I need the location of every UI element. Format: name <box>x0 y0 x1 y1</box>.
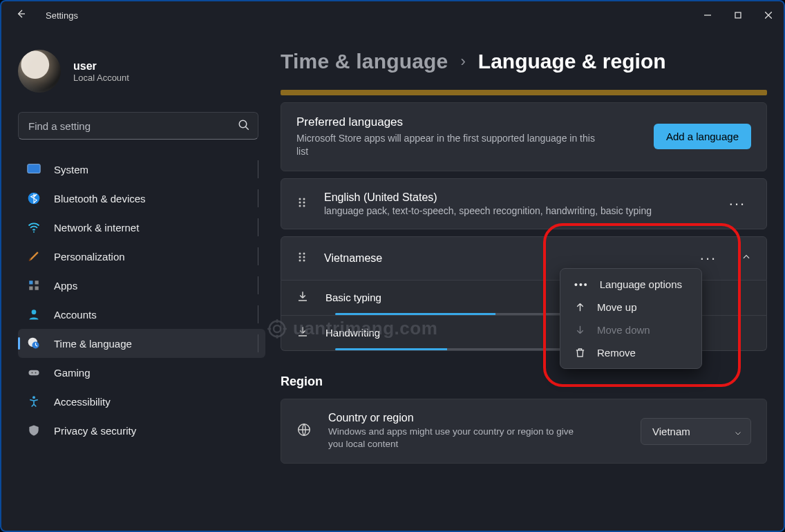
preferred-languages-header: Preferred languages Microsoft Store apps… <box>281 103 766 171</box>
more-options-button[interactable]: ··· <box>723 195 751 213</box>
user-name: user <box>73 60 129 73</box>
sidebar-item-privacy[interactable]: Privacy & security <box>18 416 265 445</box>
breadcrumb: Time & language › Language & region <box>281 50 767 73</box>
chevron-up-icon[interactable] <box>741 252 751 265</box>
language-detail: language pack, text-to-speech, speech re… <box>324 205 652 216</box>
bluetooth-icon <box>26 191 41 206</box>
sidebar-item-gaming[interactable]: Gaming <box>18 358 265 387</box>
window-title: Settings <box>46 10 78 21</box>
language-row-english[interactable]: English (United States) language pack, t… <box>281 178 767 229</box>
page-title: Language & region <box>478 50 666 73</box>
svg-point-22 <box>303 198 305 200</box>
drag-handle-icon[interactable] <box>296 251 308 265</box>
svg-line-5 <box>245 126 249 130</box>
language-name: Vietnamese <box>324 252 382 265</box>
search-input[interactable] <box>18 112 258 140</box>
maximize-button[interactable] <box>723 5 753 26</box>
chevron-down-icon <box>734 428 742 439</box>
svg-point-21 <box>299 198 301 200</box>
svg-point-31 <box>299 259 301 261</box>
svg-point-26 <box>303 205 305 207</box>
person-icon <box>26 307 41 322</box>
svg-rect-13 <box>35 287 39 290</box>
display-icon <box>26 162 41 177</box>
avatar <box>18 50 61 93</box>
breadcrumb-parent[interactable]: Time & language <box>281 50 448 73</box>
country-title: Country or region <box>328 412 584 424</box>
drag-handle-icon[interactable] <box>296 197 308 211</box>
menu-language-options[interactable]: ••• Language options <box>565 273 697 296</box>
svg-point-30 <box>303 256 305 258</box>
download-label: Basic typing <box>325 292 381 303</box>
svg-point-29 <box>299 256 301 258</box>
profile[interactable]: user Local Account <box>18 50 257 93</box>
svg-rect-6 <box>28 164 40 173</box>
sidebar-item-label: System <box>54 164 88 175</box>
svg-point-28 <box>303 252 305 254</box>
svg-rect-1 <box>735 12 741 18</box>
sidebar-item-label: Apps <box>54 280 77 292</box>
user-account-type: Local Account <box>73 73 129 83</box>
country-value: Vietnam <box>652 426 690 437</box>
menu-move-down: Move down <box>565 319 697 341</box>
sidebar-item-network[interactable]: Network & internet <box>18 213 265 242</box>
add-language-button[interactable]: Add a language <box>654 124 751 149</box>
country-subtitle: Windows and apps might use your country … <box>328 426 584 450</box>
svg-rect-10 <box>29 281 32 284</box>
svg-point-9 <box>33 231 35 233</box>
sidebar-item-accounts[interactable]: Accounts <box>18 300 265 329</box>
sidebar-item-label: Time & language <box>54 338 132 350</box>
svg-point-19 <box>35 372 37 373</box>
wifi-icon <box>26 220 41 235</box>
warning-bar-fragment <box>281 90 767 95</box>
globe-icon <box>296 422 312 440</box>
menu-move-up[interactable]: Move up <box>565 296 697 319</box>
gamepad-icon <box>26 365 41 380</box>
download-label: Handwriting <box>325 327 380 339</box>
titlebar: Settings <box>1 1 784 29</box>
region-heading: Region <box>281 374 767 389</box>
svg-point-20 <box>32 396 35 399</box>
svg-point-18 <box>32 372 33 373</box>
more-icon: ••• <box>574 280 589 289</box>
svg-point-35 <box>274 325 281 332</box>
sidebar-item-system[interactable]: System <box>18 155 265 184</box>
close-button[interactable] <box>753 5 784 26</box>
svg-point-24 <box>303 201 305 203</box>
sidebar-item-bluetooth[interactable]: Bluetooth & devices <box>18 184 265 213</box>
sidebar-item-label: Accounts <box>54 309 97 321</box>
download-icon <box>296 325 309 341</box>
chevron-right-icon: › <box>461 53 466 70</box>
sidebar-item-label: Bluetooth & devices <box>54 193 146 205</box>
svg-point-32 <box>303 259 305 261</box>
svg-rect-12 <box>29 287 32 290</box>
accessibility-icon <box>26 394 41 409</box>
svg-rect-11 <box>35 281 39 284</box>
back-icon[interactable] <box>15 8 26 22</box>
shield-icon <box>26 423 41 438</box>
search-icon <box>238 119 250 134</box>
preferred-languages-subtitle: Microsoft Store apps will appear in the … <box>296 132 600 158</box>
menu-remove[interactable]: Remove <box>565 341 697 364</box>
sidebar: user Local Account System Bluetooth <box>1 29 257 531</box>
paintbrush-icon <box>26 249 41 264</box>
sidebar-item-apps[interactable]: Apps <box>18 271 265 300</box>
sidebar-item-label: Privacy & security <box>54 425 136 437</box>
sidebar-item-personalization[interactable]: Personalization <box>18 242 265 271</box>
svg-point-25 <box>299 205 301 207</box>
svg-point-14 <box>32 310 37 314</box>
sidebar-item-accessibility[interactable]: Accessibility <box>18 387 265 416</box>
nav: System Bluetooth & devices Network & int… <box>18 155 265 445</box>
sidebar-item-time-language[interactable]: Time & language <box>18 329 265 358</box>
minimize-button[interactable] <box>692 5 723 26</box>
svg-point-23 <box>299 201 301 203</box>
country-region-row[interactable]: Country or region Windows and apps might… <box>281 399 767 464</box>
main: Time & language › Language & region Pref… <box>257 29 784 531</box>
more-options-button[interactable]: ··· <box>694 249 722 267</box>
apps-icon <box>26 278 41 293</box>
svg-point-4 <box>239 120 247 128</box>
country-select[interactable]: Vietnam <box>641 418 751 445</box>
svg-point-27 <box>299 252 301 254</box>
sidebar-item-label: Personalization <box>54 251 125 263</box>
download-icon <box>296 290 309 305</box>
